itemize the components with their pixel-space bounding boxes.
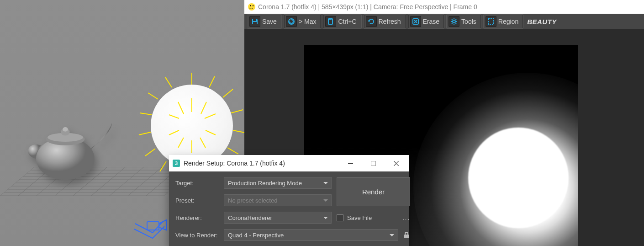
svg-line-37 — [140, 113, 152, 115]
camera-gizmo[interactable] — [132, 208, 174, 240]
lock-icon[interactable] — [403, 231, 410, 239]
dialog-titlebar[interactable]: 3 Render Setup: Corona 1.7 (hotfix 4) — [169, 155, 409, 171]
pass-label[interactable]: BEAUTY — [527, 18, 557, 26]
svg-line-47 — [169, 130, 179, 135]
svg-line-60 — [452, 19, 453, 20]
svg-line-41 — [201, 102, 206, 114]
gear-icon — [449, 16, 459, 27]
frame-buffer-title: Corona 1.7 (hotfix 4) | 585×439px (1:1) … — [258, 3, 477, 11]
max-app-icon: 3 — [173, 160, 180, 167]
svg-line-36 — [139, 132, 151, 135]
svg-line-29 — [233, 130, 245, 133]
close-button[interactable] — [386, 155, 406, 171]
save-label: Save — [262, 18, 277, 25]
target-value: Production Rendering Mode — [228, 180, 302, 187]
refresh-button[interactable]: Refresh — [364, 14, 406, 29]
renderer-label: Renderer: — [175, 214, 219, 221]
app-root: Corona 1.7 (hotfix 4) | 585×439px (1:1) … — [0, 0, 644, 246]
erase-icon — [410, 16, 421, 27]
svg-line-61 — [456, 23, 457, 24]
minimize-button[interactable] — [341, 155, 360, 171]
svg-line-44 — [200, 138, 206, 148]
svg-rect-71 — [371, 161, 375, 166]
preset-dropdown[interactable]: No preset selected — [224, 194, 332, 206]
save-file-checkbox[interactable] — [337, 214, 343, 221]
svg-line-38 — [148, 93, 158, 99]
preset-label: Preset: — [175, 197, 219, 204]
save-file-browse[interactable]: ... — [402, 214, 410, 221]
copy-label: Ctrl+C — [338, 18, 356, 25]
view-value: Quad 4 - Perspective — [228, 232, 284, 239]
erase-button[interactable]: Erase — [408, 14, 445, 29]
spiral-icon — [286, 16, 297, 27]
svg-line-43 — [206, 130, 216, 135]
to-max-label: > Max — [299, 18, 317, 25]
svg-line-49 — [178, 102, 184, 114]
render-setup-dialog: 3 Render Setup: Corona 1.7 (hotfix 4) Ta… — [169, 155, 409, 246]
svg-line-27 — [223, 89, 233, 97]
svg-line-62 — [452, 23, 453, 24]
view-label: View to Render: — [175, 232, 219, 239]
save-icon — [249, 16, 260, 27]
region-icon — [486, 16, 496, 27]
refresh-label: Refresh — [379, 18, 401, 25]
save-button[interactable]: Save — [247, 14, 282, 29]
preset-value: No preset selected — [228, 197, 277, 204]
svg-line-30 — [227, 148, 238, 154]
maximize-button[interactable] — [364, 155, 383, 171]
region-button[interactable]: Region — [483, 14, 523, 29]
svg-line-28 — [231, 110, 243, 113]
renderer-dropdown[interactable]: CoronaRenderer — [224, 212, 332, 224]
svg-rect-53 — [329, 18, 332, 20]
svg-rect-70 — [348, 163, 353, 164]
to-max-button[interactable]: > Max — [284, 14, 322, 29]
frame-buffer-toolbar: Save > Max Ctrl+C Refresh Erase Tools Re… — [244, 14, 644, 30]
region-label: Region — [498, 18, 518, 25]
svg-line-48 — [169, 115, 179, 118]
svg-line-42 — [205, 114, 216, 118]
dialog-title: Render Setup: Corona 1.7 (hotfix 4) — [184, 160, 285, 167]
svg-line-46 — [178, 138, 184, 148]
smiley-icon — [248, 3, 255, 11]
svg-point-55 — [453, 20, 455, 23]
svg-line-39 — [165, 77, 172, 87]
svg-line-34 — [160, 161, 166, 171]
svg-line-26 — [209, 76, 215, 87]
teapot-mesh[interactable] — [27, 114, 116, 185]
render-button[interactable]: Render — [337, 177, 410, 206]
svg-rect-64 — [488, 19, 494, 24]
erase-label: Erase — [423, 18, 440, 25]
renderer-value: CoronaRenderer — [228, 214, 272, 221]
refresh-icon — [366, 16, 377, 27]
target-dropdown[interactable]: Production Rendering Mode — [224, 177, 332, 189]
svg-point-24 — [63, 127, 68, 132]
save-file-label: Save File — [347, 214, 372, 221]
clipboard-icon — [325, 16, 336, 27]
svg-line-35 — [145, 149, 155, 156]
copy-button[interactable]: Ctrl+C — [323, 14, 361, 29]
target-label: Target: — [175, 180, 219, 187]
tools-label: Tools — [461, 18, 476, 25]
view-dropdown[interactable]: Quad 4 - Perspective — [224, 229, 398, 241]
frame-buffer-titlebar[interactable]: Corona 1.7 (hotfix 4) | 585×439px (1:1) … — [244, 0, 644, 14]
svg-rect-50 — [147, 222, 159, 230]
tools-button[interactable]: Tools — [446, 14, 481, 29]
svg-line-63 — [456, 19, 457, 20]
